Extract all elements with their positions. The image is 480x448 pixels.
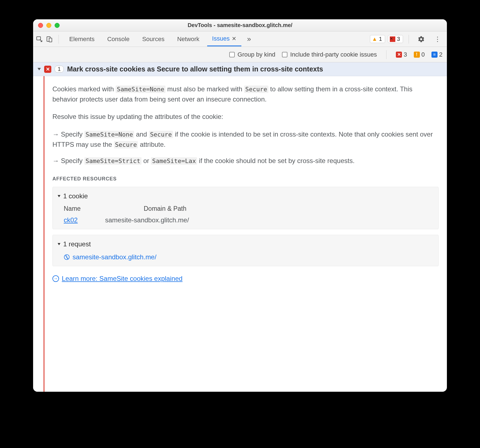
separator [409, 35, 409, 44]
issue-paragraph: Resolve this issue by updating the attri… [52, 111, 439, 122]
cookie-link[interactable]: ck02 [64, 215, 86, 225]
more-tabs-icon[interactable]: » [244, 35, 254, 43]
text: and [134, 130, 149, 138]
request-link[interactable]: samesite-sandbox.glitch.me/ [64, 252, 433, 262]
warning-icon: ▲ [372, 36, 377, 42]
include-third-party-checkbox[interactable]: Include third-party cookie issues [282, 51, 377, 58]
checkbox-icon [229, 52, 235, 57]
issue-row[interactable]: ✕ 1 Mark cross-site cookies as Secure to… [33, 62, 447, 76]
errors-count: 3 [397, 36, 400, 42]
gutter [33, 76, 44, 392]
inspect-element-icon[interactable] [36, 36, 43, 43]
cookie-table: Name Domain & Path ck02 samesite-sandbox… [64, 204, 433, 225]
text: must also be marked with [166, 85, 244, 93]
text: attribute. [138, 141, 166, 148]
warning-counter[interactable]: ! 0 [414, 51, 425, 58]
text: or [142, 157, 151, 164]
tab-issues[interactable]: Issues ✕ [207, 32, 242, 46]
code: Secure [149, 131, 173, 138]
issue-count-badge: 1 [55, 66, 64, 73]
info-counter-value: 2 [439, 51, 442, 58]
learn-more-text: Learn more: SameSite cookies explained [62, 273, 183, 284]
devtools-toolbar: Elements Console Sources Network Issues … [33, 31, 447, 47]
tab-console[interactable]: Console [102, 32, 135, 46]
settings-icon[interactable] [414, 36, 428, 43]
group-by-kind-label: Group by kind [238, 51, 275, 58]
affected-resources-label: Affected Resources [52, 175, 439, 183]
code: SameSite=None [116, 86, 165, 93]
tab-sources[interactable]: Sources [137, 32, 169, 46]
error-counter[interactable]: ✕ 3 [396, 51, 407, 58]
titlebar: DevTools - samesite-sandbox.glitch.me/ [33, 19, 447, 31]
issue-content: Cookies marked with SameSite=None must a… [44, 76, 447, 392]
text: if the cookie should not be set by cross… [197, 157, 354, 164]
table-row: ck02 samesite-sandbox.glitch.me/ [64, 215, 433, 225]
table-header-row: Name Domain & Path [64, 204, 433, 214]
issue-title: Mark cross-site cookies as Secure to all… [67, 65, 323, 73]
affected-requests-box: 1 request samesite-sandbox.glitch.me/ [52, 235, 439, 266]
expand-caret-icon [58, 195, 60, 197]
affected-requests-title: 1 request [63, 239, 91, 249]
error-badge-icon: ✕ [44, 66, 51, 73]
network-icon [64, 254, 70, 260]
checkbox-icon [282, 52, 287, 57]
code: SameSite=Lax [151, 157, 197, 165]
issue-bullet: → Specify SameSite=None and Secure if th… [52, 129, 439, 150]
error-counter-value: 3 [404, 51, 407, 58]
code: Secure [114, 141, 138, 148]
warnings-pill[interactable]: ▲ 1 [370, 35, 385, 43]
affected-cookies-toggle[interactable]: 1 cookie [58, 191, 433, 201]
expand-caret-icon [38, 68, 41, 70]
severity-line [44, 76, 44, 392]
tab-elements[interactable]: Elements [64, 32, 100, 46]
warning-icon: ! [414, 52, 420, 58]
text: → Specify [52, 130, 84, 138]
info-counter[interactable]: ≡ 2 [431, 51, 442, 58]
issues-filter-bar: Group by kind Include third-party cookie… [33, 47, 447, 62]
code: SameSite=Strict [84, 157, 142, 165]
code: SameSite=None [84, 131, 134, 138]
error-icon: ✕ [390, 36, 395, 42]
col-name: Name [64, 204, 111, 214]
col-domain: Domain & Path [144, 204, 186, 214]
affected-cookies-box: 1 cookie Name Domain & Path ck02 samesit… [52, 187, 439, 229]
separator [58, 35, 59, 44]
affected-requests-toggle[interactable]: 1 request [58, 239, 433, 249]
window-title: DevTools - samesite-sandbox.glitch.me/ [33, 22, 447, 28]
svg-point-3 [64, 255, 69, 260]
warning-counter-value: 0 [422, 51, 425, 58]
issue-paragraph: Cookies marked with SameSite=None must a… [52, 84, 439, 104]
kebab-menu-icon[interactable]: ⋮ [431, 35, 444, 43]
separator [386, 50, 386, 59]
issue-bullet: → Specify SameSite=Strict or SameSite=La… [52, 156, 439, 166]
code: Secure [244, 86, 268, 93]
tab-issues-label: Issues [212, 35, 230, 42]
text: → Specify [52, 157, 84, 164]
text: Cookies marked with [52, 85, 116, 93]
svg-rect-2 [49, 38, 52, 42]
learn-more-link[interactable]: → Learn more: SameSite cookies explained [52, 273, 439, 284]
tab-network[interactable]: Network [172, 32, 204, 46]
expand-caret-icon [58, 243, 60, 245]
include-third-party-label: Include third-party cookie issues [290, 51, 377, 58]
affected-cookies-title: 1 cookie [63, 191, 88, 201]
external-link-icon: → [52, 275, 59, 282]
warnings-count: 1 [379, 36, 382, 42]
error-icon: ✕ [396, 52, 402, 58]
issue-detail: Cookies marked with SameSite=None must a… [33, 76, 447, 392]
request-url: samesite-sandbox.glitch.me/ [73, 252, 156, 262]
group-by-kind-checkbox[interactable]: Group by kind [229, 51, 275, 58]
errors-pill[interactable]: ✕ 3 [388, 35, 403, 43]
cookie-domain: samesite-sandbox.glitch.me/ [105, 215, 189, 225]
devtools-window: DevTools - samesite-sandbox.glitch.me/ E… [33, 19, 447, 392]
close-tab-icon[interactable]: ✕ [232, 35, 236, 42]
info-icon: ≡ [431, 52, 438, 58]
device-toolbar-icon[interactable] [46, 36, 53, 43]
